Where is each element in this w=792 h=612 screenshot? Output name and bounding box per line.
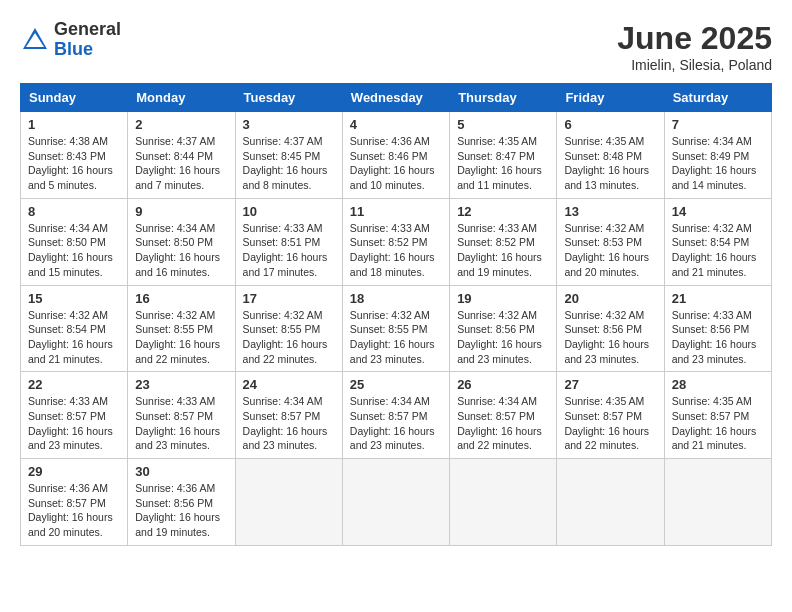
- day-number: 11: [350, 204, 442, 219]
- calendar-cell: 15Sunrise: 4:32 AMSunset: 8:54 PMDayligh…: [21, 285, 128, 372]
- calendar-cell: [342, 459, 449, 546]
- day-info: Sunrise: 4:32 AMSunset: 8:56 PMDaylight:…: [457, 308, 549, 367]
- calendar-cell: 4Sunrise: 4:36 AMSunset: 8:46 PMDaylight…: [342, 112, 449, 199]
- day-number: 25: [350, 377, 442, 392]
- calendar-cell: 17Sunrise: 4:32 AMSunset: 8:55 PMDayligh…: [235, 285, 342, 372]
- week-row-1: 1Sunrise: 4:38 AMSunset: 8:43 PMDaylight…: [21, 112, 772, 199]
- logo-blue-text: Blue: [54, 40, 121, 60]
- calendar-cell: [557, 459, 664, 546]
- location-text: Imielin, Silesia, Poland: [617, 57, 772, 73]
- day-number: 22: [28, 377, 120, 392]
- day-number: 13: [564, 204, 656, 219]
- day-info: Sunrise: 4:35 AMSunset: 8:57 PMDaylight:…: [564, 394, 656, 453]
- calendar-cell: [235, 459, 342, 546]
- day-info: Sunrise: 4:36 AMSunset: 8:46 PMDaylight:…: [350, 134, 442, 193]
- calendar-cell: 11Sunrise: 4:33 AMSunset: 8:52 PMDayligh…: [342, 198, 449, 285]
- calendar-cell: 9Sunrise: 4:34 AMSunset: 8:50 PMDaylight…: [128, 198, 235, 285]
- day-number: 14: [672, 204, 764, 219]
- day-info: Sunrise: 4:38 AMSunset: 8:43 PMDaylight:…: [28, 134, 120, 193]
- calendar-cell: 19Sunrise: 4:32 AMSunset: 8:56 PMDayligh…: [450, 285, 557, 372]
- day-info: Sunrise: 4:34 AMSunset: 8:57 PMDaylight:…: [350, 394, 442, 453]
- day-info: Sunrise: 4:32 AMSunset: 8:55 PMDaylight:…: [135, 308, 227, 367]
- day-info: Sunrise: 4:34 AMSunset: 8:57 PMDaylight:…: [457, 394, 549, 453]
- day-info: Sunrise: 4:35 AMSunset: 8:47 PMDaylight:…: [457, 134, 549, 193]
- calendar-cell: 6Sunrise: 4:35 AMSunset: 8:48 PMDaylight…: [557, 112, 664, 199]
- calendar-cell: 13Sunrise: 4:32 AMSunset: 8:53 PMDayligh…: [557, 198, 664, 285]
- calendar-cell: 14Sunrise: 4:32 AMSunset: 8:54 PMDayligh…: [664, 198, 771, 285]
- day-header-monday: Monday: [128, 84, 235, 112]
- day-number: 18: [350, 291, 442, 306]
- day-number: 24: [243, 377, 335, 392]
- calendar-cell: 16Sunrise: 4:32 AMSunset: 8:55 PMDayligh…: [128, 285, 235, 372]
- day-number: 4: [350, 117, 442, 132]
- calendar-cell: 26Sunrise: 4:34 AMSunset: 8:57 PMDayligh…: [450, 372, 557, 459]
- day-number: 7: [672, 117, 764, 132]
- day-info: Sunrise: 4:32 AMSunset: 8:55 PMDaylight:…: [350, 308, 442, 367]
- day-info: Sunrise: 4:33 AMSunset: 8:57 PMDaylight:…: [28, 394, 120, 453]
- day-number: 27: [564, 377, 656, 392]
- day-info: Sunrise: 4:32 AMSunset: 8:55 PMDaylight:…: [243, 308, 335, 367]
- day-number: 10: [243, 204, 335, 219]
- day-info: Sunrise: 4:32 AMSunset: 8:56 PMDaylight:…: [564, 308, 656, 367]
- calendar-cell: 23Sunrise: 4:33 AMSunset: 8:57 PMDayligh…: [128, 372, 235, 459]
- page-header: General Blue June 2025 Imielin, Silesia,…: [20, 20, 772, 73]
- day-info: Sunrise: 4:33 AMSunset: 8:56 PMDaylight:…: [672, 308, 764, 367]
- calendar-header-row: SundayMondayTuesdayWednesdayThursdayFrid…: [21, 84, 772, 112]
- calendar-cell: 25Sunrise: 4:34 AMSunset: 8:57 PMDayligh…: [342, 372, 449, 459]
- calendar-cell: 21Sunrise: 4:33 AMSunset: 8:56 PMDayligh…: [664, 285, 771, 372]
- day-info: Sunrise: 4:35 AMSunset: 8:57 PMDaylight:…: [672, 394, 764, 453]
- day-info: Sunrise: 4:34 AMSunset: 8:49 PMDaylight:…: [672, 134, 764, 193]
- day-number: 23: [135, 377, 227, 392]
- day-number: 6: [564, 117, 656, 132]
- calendar-cell: [450, 459, 557, 546]
- day-info: Sunrise: 4:37 AMSunset: 8:44 PMDaylight:…: [135, 134, 227, 193]
- calendar-cell: 12Sunrise: 4:33 AMSunset: 8:52 PMDayligh…: [450, 198, 557, 285]
- week-row-5: 29Sunrise: 4:36 AMSunset: 8:57 PMDayligh…: [21, 459, 772, 546]
- calendar-cell: 29Sunrise: 4:36 AMSunset: 8:57 PMDayligh…: [21, 459, 128, 546]
- calendar-cell: 30Sunrise: 4:36 AMSunset: 8:56 PMDayligh…: [128, 459, 235, 546]
- day-number: 15: [28, 291, 120, 306]
- day-info: Sunrise: 4:37 AMSunset: 8:45 PMDaylight:…: [243, 134, 335, 193]
- day-info: Sunrise: 4:33 AMSunset: 8:51 PMDaylight:…: [243, 221, 335, 280]
- calendar-cell: 7Sunrise: 4:34 AMSunset: 8:49 PMDaylight…: [664, 112, 771, 199]
- calendar-cell: 2Sunrise: 4:37 AMSunset: 8:44 PMDaylight…: [128, 112, 235, 199]
- calendar-cell: 5Sunrise: 4:35 AMSunset: 8:47 PMDaylight…: [450, 112, 557, 199]
- calendar-table: SundayMondayTuesdayWednesdayThursdayFrid…: [20, 83, 772, 546]
- week-row-4: 22Sunrise: 4:33 AMSunset: 8:57 PMDayligh…: [21, 372, 772, 459]
- day-header-friday: Friday: [557, 84, 664, 112]
- day-number: 9: [135, 204, 227, 219]
- day-header-tuesday: Tuesday: [235, 84, 342, 112]
- day-info: Sunrise: 4:32 AMSunset: 8:53 PMDaylight:…: [564, 221, 656, 280]
- day-number: 26: [457, 377, 549, 392]
- day-info: Sunrise: 4:33 AMSunset: 8:52 PMDaylight:…: [350, 221, 442, 280]
- day-number: 29: [28, 464, 120, 479]
- day-info: Sunrise: 4:36 AMSunset: 8:56 PMDaylight:…: [135, 481, 227, 540]
- calendar-cell: 1Sunrise: 4:38 AMSunset: 8:43 PMDaylight…: [21, 112, 128, 199]
- day-info: Sunrise: 4:34 AMSunset: 8:50 PMDaylight:…: [135, 221, 227, 280]
- day-number: 16: [135, 291, 227, 306]
- day-info: Sunrise: 4:32 AMSunset: 8:54 PMDaylight:…: [672, 221, 764, 280]
- day-info: Sunrise: 4:33 AMSunset: 8:57 PMDaylight:…: [135, 394, 227, 453]
- day-number: 30: [135, 464, 227, 479]
- day-header-sunday: Sunday: [21, 84, 128, 112]
- day-number: 17: [243, 291, 335, 306]
- logo-general-text: General: [54, 20, 121, 40]
- calendar-cell: [664, 459, 771, 546]
- logo-icon: [20, 25, 50, 55]
- day-info: Sunrise: 4:33 AMSunset: 8:52 PMDaylight:…: [457, 221, 549, 280]
- calendar-cell: 20Sunrise: 4:32 AMSunset: 8:56 PMDayligh…: [557, 285, 664, 372]
- day-number: 5: [457, 117, 549, 132]
- week-row-2: 8Sunrise: 4:34 AMSunset: 8:50 PMDaylight…: [21, 198, 772, 285]
- day-info: Sunrise: 4:34 AMSunset: 8:57 PMDaylight:…: [243, 394, 335, 453]
- calendar-cell: 3Sunrise: 4:37 AMSunset: 8:45 PMDaylight…: [235, 112, 342, 199]
- day-info: Sunrise: 4:34 AMSunset: 8:50 PMDaylight:…: [28, 221, 120, 280]
- day-number: 28: [672, 377, 764, 392]
- calendar-cell: 24Sunrise: 4:34 AMSunset: 8:57 PMDayligh…: [235, 372, 342, 459]
- calendar-cell: 8Sunrise: 4:34 AMSunset: 8:50 PMDaylight…: [21, 198, 128, 285]
- calendar-cell: 27Sunrise: 4:35 AMSunset: 8:57 PMDayligh…: [557, 372, 664, 459]
- day-header-wednesday: Wednesday: [342, 84, 449, 112]
- day-header-thursday: Thursday: [450, 84, 557, 112]
- day-info: Sunrise: 4:35 AMSunset: 8:48 PMDaylight:…: [564, 134, 656, 193]
- day-number: 21: [672, 291, 764, 306]
- day-header-saturday: Saturday: [664, 84, 771, 112]
